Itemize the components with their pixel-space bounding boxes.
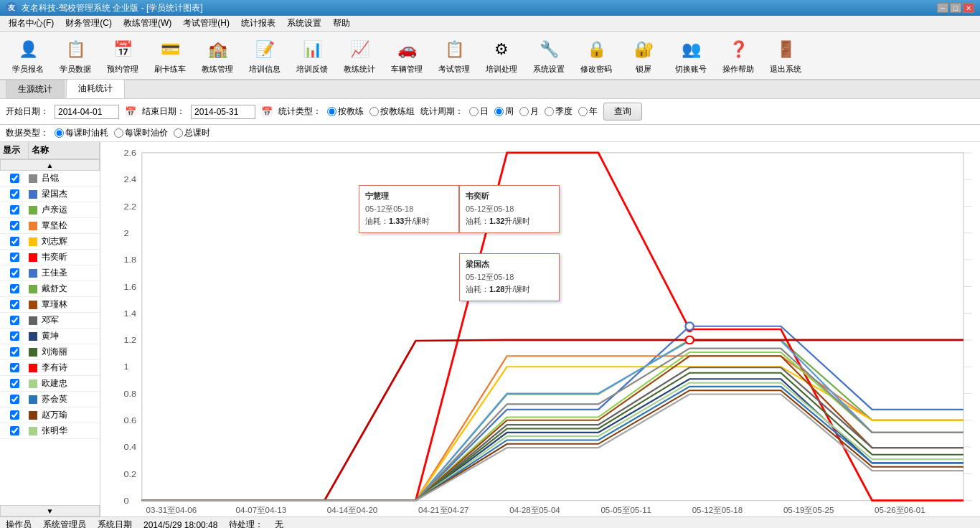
list-item[interactable]: 覃瑾林 [0, 297, 100, 313]
tooltip-dot-2[interactable] [685, 322, 694, 330]
list-checkbox[interactable] [0, 426, 29, 435]
radio-month[interactable]: 月 [519, 105, 539, 118]
list-item[interactable]: 韦奕昕 [0, 250, 100, 265]
toolbar-btn-考试管理[interactable]: 📋考试管理 [432, 34, 476, 76]
window-controls[interactable]: ─ □ ✕ [937, 3, 974, 13]
tab-生源统计[interactable]: 生源统计 [6, 80, 65, 98]
svg-text:0: 0 [123, 496, 128, 505]
list-item[interactable]: 黄坤 [0, 329, 100, 344]
toolbar-btn-教练管理[interactable]: 🏫教练管理 [195, 34, 240, 76]
title-bar: 友 友名科技-驾校管理系统 企业版 - [学员统计图表] ─ □ ✕ [0, 0, 980, 16]
list-item-name: 吕锟 [39, 172, 100, 184]
list-item-name: 邓军 [39, 314, 100, 326]
toolbar-btn-学员报名[interactable]: 👤学员报名 [6, 34, 50, 76]
list-item[interactable]: 覃坚松 [0, 218, 100, 234]
maximize-button[interactable]: □ [950, 3, 961, 13]
toolbar-btn-培训处理[interactable]: ⚙培训处理 [479, 34, 524, 76]
menu-item[interactable]: 系统设置 [281, 16, 327, 31]
toolbar-icon: 🚗 [394, 37, 420, 62]
toolbar-btn-预约管理[interactable]: 📅预约管理 [100, 34, 145, 76]
list-checkbox[interactable] [0, 331, 29, 341]
toolbar-icon: ⚙ [489, 37, 514, 62]
toolbar-btn-培训反馈[interactable]: 📊培训反馈 [290, 34, 334, 76]
list-checkbox[interactable] [0, 300, 29, 309]
menu-item[interactable]: 统计报表 [235, 16, 281, 31]
list-item[interactable]: 邓军 [0, 313, 100, 329]
radio-week[interactable]: 周 [494, 105, 514, 118]
query-button[interactable]: 查询 [603, 103, 642, 121]
list-item[interactable]: 欧建忠 [0, 376, 100, 392]
end-date-input[interactable] [191, 105, 255, 119]
list-checkbox[interactable] [0, 237, 29, 246]
menu-bar: 报名中心(F)财务管理(C)教练管理(W)考试管理(H)统计报表系统设置帮助 [0, 16, 980, 32]
list-checkbox[interactable] [0, 410, 29, 420]
scroll-down-button[interactable]: ▼ [0, 505, 100, 517]
toolbar-btn-锁屏[interactable]: 🔐锁屏 [621, 34, 666, 76]
list-checkbox[interactable] [0, 174, 29, 183]
list-item[interactable]: 卢亲运 [0, 202, 100, 218]
tooltip-dot-1[interactable] [685, 336, 694, 344]
list-item[interactable]: 李有诗 [0, 360, 100, 376]
toolbar-btn-培训信息[interactable]: 📝培训信息 [242, 34, 287, 76]
list-checkbox[interactable] [0, 253, 29, 262]
radio-by-group[interactable]: 按教练组 [369, 105, 415, 118]
list-checkbox[interactable] [0, 221, 29, 230]
menu-item[interactable]: 帮助 [327, 16, 356, 31]
menu-item[interactable]: 考试管理(H) [177, 16, 235, 31]
list-item[interactable]: 苏会英 [0, 392, 100, 407]
list-color-dot [29, 332, 37, 341]
list-color-dot [29, 427, 37, 435]
list-checkbox[interactable] [0, 205, 29, 214]
list-item-name: 韦奕昕 [39, 251, 100, 263]
list-item[interactable]: 刘志辉 [0, 234, 100, 250]
scroll-up-button[interactable]: ▲ [0, 159, 100, 171]
toolbar-btn-操作帮助[interactable]: ❓操作帮助 [716, 34, 760, 76]
toolbar-btn-刷卡练车[interactable]: 💳刷卡练车 [148, 34, 192, 76]
radio-price-per-lesson[interactable]: 每课时油价 [114, 127, 168, 139]
calendar-icon-start[interactable]: 📅 [125, 106, 136, 117]
filter-bar: 开始日期： 📅 结束日期： 📅 统计类型： 按教练 按教练组 统计周期： 日 周… [0, 99, 980, 125]
list-checkbox[interactable] [0, 316, 29, 325]
toolbar-btn-退出系统[interactable]: 🚪退出系统 [763, 34, 808, 76]
list-item[interactable]: 赵万瑜 [0, 407, 100, 423]
list-item[interactable]: 张明华 [0, 423, 100, 439]
toolbar-btn-教练统计[interactable]: 📈教练统计 [337, 34, 382, 76]
calendar-icon-end[interactable]: 📅 [261, 106, 273, 117]
svg-text:04-21至04-27: 04-21至04-27 [418, 506, 469, 514]
toolbar-btn-切换账号[interactable]: 👥切换账号 [669, 34, 713, 76]
tooltip-ninghuili: 宁慧理 05-12至05-18 油耗：1.33升/课时 [359, 185, 459, 233]
radio-day[interactable]: 日 [469, 105, 489, 118]
menu-item[interactable]: 报名中心(F) [3, 16, 60, 31]
minimize-button[interactable]: ─ [937, 3, 948, 13]
list-checkbox[interactable] [0, 379, 29, 388]
tab-油耗统计[interactable]: 油耗统计 [66, 79, 125, 98]
toolbar-icon: 📊 [299, 37, 325, 62]
toolbar-btn-修改密码[interactable]: 🔒修改密码 [574, 34, 618, 76]
list-checkbox[interactable] [0, 189, 29, 199]
radio-by-coach[interactable]: 按教练 [327, 105, 364, 118]
toolbar-btn-学员数据[interactable]: 📋学员数据 [53, 34, 98, 76]
radio-quarter[interactable]: 季度 [545, 105, 573, 118]
toolbar-icon: 🔒 [583, 37, 609, 62]
list-checkbox[interactable] [0, 395, 29, 404]
list-item[interactable]: 戴舒文 [0, 281, 100, 297]
menu-item[interactable]: 财务管理(C) [60, 16, 118, 31]
list-item[interactable]: 吕锟 [0, 171, 100, 187]
toolbar-icon: 📝 [252, 37, 278, 62]
list-item[interactable]: 王佳圣 [0, 265, 100, 281]
list-checkbox[interactable] [0, 363, 29, 372]
start-date-input[interactable] [55, 105, 119, 119]
radio-year[interactable]: 年 [578, 105, 598, 118]
toolbar-btn-系统设置[interactable]: 🔧系统设置 [527, 34, 571, 76]
list-item[interactable]: 刘海丽 [0, 344, 100, 360]
list-checkbox[interactable] [0, 347, 29, 357]
list-checkbox[interactable] [0, 284, 29, 293]
menu-item[interactable]: 教练管理(W) [118, 16, 177, 31]
radio-total-lessons[interactable]: 总课时 [174, 127, 210, 139]
list-item[interactable]: 梁国杰 [0, 187, 100, 202]
close-button[interactable]: ✕ [963, 3, 974, 13]
radio-fuel-per-lesson[interactable]: 每课时油耗 [55, 127, 108, 139]
date-value: 2014/5/29 18:00:48 [143, 520, 217, 529]
list-checkbox[interactable] [0, 268, 29, 278]
toolbar-btn-车辆管理[interactable]: 🚗车辆管理 [385, 34, 429, 76]
